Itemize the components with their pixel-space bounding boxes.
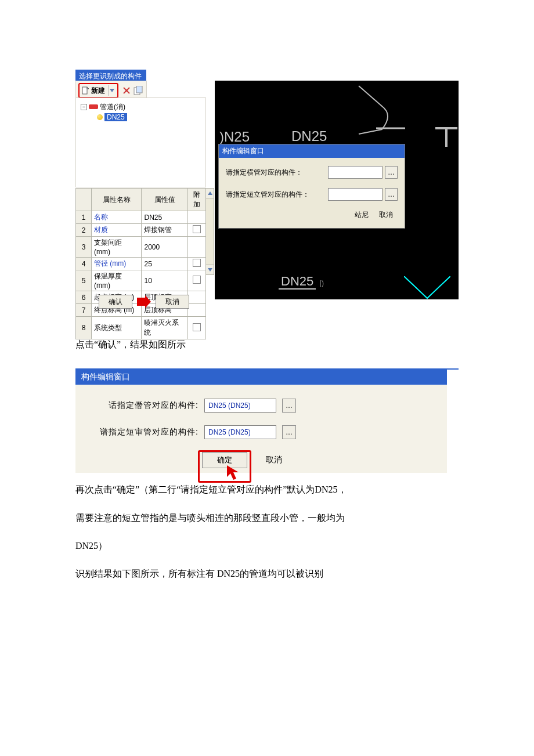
dlg1-ok-like[interactable]: 站尼 bbox=[355, 210, 369, 220]
component-edit-dialog-2-title: 构件编辑窗口 bbox=[75, 370, 447, 385]
attr-scrollbar[interactable] bbox=[206, 188, 214, 275]
attribute-table: 属性名称 属性值 附加 1名称DN252材质焊接钢管3支架间距 (mm)2000… bbox=[75, 188, 206, 339]
viewport-curve-icon bbox=[353, 83, 405, 135]
dlg1-row1-value[interactable] bbox=[328, 166, 383, 179]
delete-x-icon bbox=[122, 86, 131, 95]
dlg2-cancel-button[interactable]: 取消 bbox=[257, 453, 291, 468]
pipe-icon bbox=[89, 104, 98, 109]
dlg2-row2-value[interactable]: DN25 (DN25) bbox=[204, 425, 276, 439]
dlg1-row2-browse-button[interactable]: … bbox=[385, 188, 398, 201]
paragraph-note-short-riser: 需要注意的短立管指的是与喷头相连的那段竖直段小管，一般均为 bbox=[75, 507, 459, 529]
screenshot-component-edit-2: 构件编辑窗口 话指定僭管对应的构件: DN25 (DN25) … 谱指定短审管对… bbox=[75, 368, 459, 473]
scroll-down-button[interactable] bbox=[206, 265, 214, 274]
component-edit-dialog-1-title: 构件编辑窗口 bbox=[219, 144, 405, 158]
checkbox-icon[interactable] bbox=[193, 323, 201, 331]
attr-row[interactable]: 3支架间距 (mm)2000 bbox=[76, 237, 206, 258]
new-file-icon bbox=[82, 86, 89, 95]
new-button-dropdown[interactable] bbox=[109, 85, 115, 96]
copy-icon bbox=[134, 86, 144, 95]
checkbox-icon[interactable] bbox=[193, 259, 201, 267]
scroll-up-button[interactable] bbox=[206, 189, 214, 198]
attr-add-cell[interactable] bbox=[188, 270, 206, 291]
attr-row[interactable]: 1名称DN25 bbox=[76, 211, 206, 224]
dlg2-button-row: 确定 取消 bbox=[202, 452, 447, 468]
tree-root-row[interactable]: − 管道(消) bbox=[78, 102, 203, 112]
tree-child-label: DN25 bbox=[104, 113, 127, 121]
attr-name-cell: 保温厚度 (mm) bbox=[92, 270, 142, 291]
attr-row[interactable]: 8系统类型喷淋灭火系统 bbox=[76, 317, 206, 339]
dlg2-row1-value[interactable]: DN25 (DN25) bbox=[204, 399, 276, 413]
attr-add-cell[interactable] bbox=[188, 211, 206, 224]
attr-name-cell: 管径 (mm) bbox=[92, 258, 142, 270]
svg-marker-10 bbox=[227, 465, 239, 480]
svg-rect-0 bbox=[82, 87, 87, 94]
attr-row-index: 8 bbox=[76, 317, 92, 339]
component-tree[interactable]: − 管道(消) DN25 bbox=[75, 97, 206, 187]
svg-marker-1 bbox=[87, 87, 89, 89]
dlg2-ok-button[interactable]: 确定 bbox=[202, 452, 247, 468]
attr-value-cell[interactable]: DN25 bbox=[142, 211, 188, 224]
component-edit-dialog-1: 构件编辑窗口 请指定横管对应的构件： … 请指定短立管对应的构件： … 站尼 bbox=[218, 144, 405, 229]
cancel-button[interactable]: 取消 bbox=[156, 295, 189, 309]
attr-value-cell[interactable]: 10 bbox=[142, 270, 188, 291]
attr-add-cell[interactable] bbox=[188, 258, 206, 270]
tree-root-label: 管道(消) bbox=[100, 102, 125, 112]
attr-add-cell[interactable] bbox=[188, 304, 206, 317]
confirm-button[interactable]: 确认 bbox=[99, 295, 132, 309]
copy-button[interactable] bbox=[134, 86, 144, 95]
paragraph-reclick-confirm: 再次点击“确定”（第二行“请指定短立管对应的构件”默认为DN25， bbox=[75, 479, 459, 501]
attr-name-cell: 材质 bbox=[92, 224, 142, 237]
tree-collapse-icon[interactable]: − bbox=[81, 104, 87, 110]
dlg1-row1-label: 请指定横管对应的构件： bbox=[226, 168, 328, 178]
attr-row-index: 3 bbox=[76, 237, 92, 258]
red-cursor-annotation-icon bbox=[226, 464, 243, 482]
dlg2-row-horizontal-pipe: 话指定僭管对应的构件: DN25 (DN25) … bbox=[95, 399, 447, 413]
dlg2-row1-label: 话指定僭管对应的构件: bbox=[95, 400, 199, 411]
attr-header-value: 属性值 bbox=[142, 189, 188, 211]
dlg2-row2-browse-button[interactable]: … bbox=[282, 425, 296, 439]
dlg1-row-horizontal-pipe: 请指定横管对应的构件： … bbox=[226, 166, 398, 179]
attr-add-cell[interactable] bbox=[188, 237, 206, 258]
attribute-panel: 属性名称 属性值 附加 1名称DN252材质焊接钢管3支架间距 (mm)2000… bbox=[75, 188, 206, 339]
dlg1-row2-value[interactable] bbox=[328, 188, 383, 201]
attr-row[interactable]: 2材质焊接钢管 bbox=[76, 224, 206, 237]
viewport-label-dn25-selected: DN25 bbox=[291, 128, 327, 146]
new-button[interactable]: 新建 bbox=[78, 83, 118, 98]
attr-name-cell: 系统类型 bbox=[92, 317, 142, 339]
delete-button[interactable] bbox=[122, 86, 131, 95]
attr-row-index: 5 bbox=[76, 270, 92, 291]
attr-row[interactable]: 5保温厚度 (mm)10 bbox=[76, 270, 206, 291]
dlg1-row2-label: 请指定短立管对应的构件： bbox=[226, 190, 328, 200]
checkbox-icon[interactable] bbox=[193, 276, 201, 284]
attr-add-cell[interactable] bbox=[188, 291, 206, 304]
red-arrow-annotation-icon bbox=[137, 295, 151, 308]
checkbox-icon[interactable] bbox=[193, 225, 201, 233]
dlg1-cancel[interactable]: 取消 bbox=[379, 210, 393, 220]
viewport-labels: )N25 DN25 bbox=[219, 128, 327, 146]
dlg2-row-short-riser: 谱指定短审管对应的构件: DN25 (DN25) … bbox=[95, 425, 447, 439]
attr-row-index: 2 bbox=[76, 224, 92, 237]
attr-value-cell[interactable]: 25 bbox=[142, 258, 188, 270]
paragraph-dn25-close: DN25） bbox=[75, 535, 459, 557]
dlg2-row1-browse-button[interactable]: … bbox=[282, 399, 296, 413]
attr-value-cell[interactable]: 焊接钢管 bbox=[142, 224, 188, 237]
tree-child-row[interactable]: DN25 bbox=[78, 112, 203, 122]
node-icon bbox=[97, 114, 103, 120]
attr-row-index: 6 bbox=[76, 291, 92, 304]
attr-header-blank bbox=[76, 189, 92, 211]
attr-header-name: 属性名称 bbox=[92, 189, 142, 211]
attr-value-cell[interactable]: 2000 bbox=[142, 237, 188, 258]
paragraph-recognition-result: 识别结果如下图所示，所有标注有 DN25的管道均可以被识别 bbox=[75, 563, 459, 585]
dlg1-row-short-riser: 请指定短立管对应的构件： … bbox=[226, 188, 398, 201]
attr-row-index: 4 bbox=[76, 258, 92, 270]
attr-add-cell[interactable] bbox=[188, 224, 206, 237]
attr-header-add: 附加 bbox=[188, 189, 206, 211]
dlg2-row2-label: 谱指定短审管对应的构件: bbox=[95, 427, 199, 437]
attr-value-cell[interactable]: 喷淋灭火系统 bbox=[142, 317, 188, 339]
attr-add-cell[interactable] bbox=[188, 317, 206, 339]
attr-row[interactable]: 4管径 (mm)25 bbox=[76, 258, 206, 270]
screenshot-recognition-dialog: 选择更识别成的构件 新建 − bbox=[75, 70, 459, 319]
viewport-label-dn25-left: )N25 bbox=[219, 129, 250, 145]
dlg1-row1-browse-button[interactable]: … bbox=[385, 166, 398, 179]
attr-row-index: 7 bbox=[76, 304, 92, 317]
